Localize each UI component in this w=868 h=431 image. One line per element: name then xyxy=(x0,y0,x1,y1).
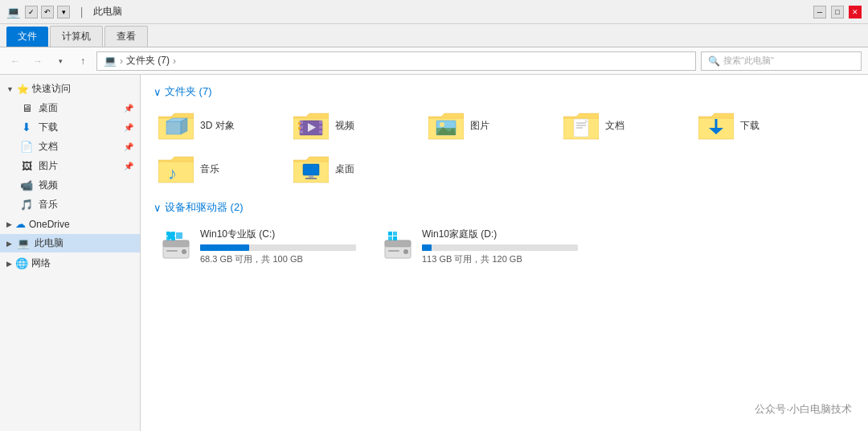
svg-text:♪: ♪ xyxy=(168,163,177,183)
svg-rect-2 xyxy=(166,121,181,134)
sidebar-item-music[interactable]: 🎵 音乐 xyxy=(0,195,140,214)
drive-d-info: Win10家庭版 (D:) 113 GB 可用，共 120 GB xyxy=(422,228,578,265)
drive-c-bar-fill xyxy=(200,244,249,251)
drives-section-header[interactable]: ∨ 设备和驱动器 (2) xyxy=(154,200,855,215)
folder-pictures-label: 图片 xyxy=(470,119,489,133)
folder-video-icon xyxy=(293,110,329,141)
sidebar-item-pictures[interactable]: 🖼 图片 📌 xyxy=(0,156,140,175)
chevron-right-icon: ▶ xyxy=(6,220,12,228)
pc-icon: 💻 xyxy=(17,237,30,249)
download-icon: ⬇ xyxy=(19,120,34,134)
folder-item-videos[interactable]: 视频 xyxy=(289,107,417,144)
pin-icon2: 📌 xyxy=(124,123,133,132)
sidebar-network-header[interactable]: ▶ 🌐 网络 xyxy=(0,254,140,273)
dropdown-button[interactable]: ▾ xyxy=(51,52,69,70)
folder-3d-label: 3D 对象 xyxy=(200,119,235,133)
svg-rect-50 xyxy=(166,232,170,236)
quick-access-label: 快速访问 xyxy=(32,82,71,96)
folders-section-header[interactable]: ∨ 文件夹 (7) xyxy=(154,84,855,99)
tb-save[interactable]: ✓ xyxy=(25,6,38,18)
tb-dropdown[interactable]: ▾ xyxy=(57,6,70,18)
close-button[interactable]: ✕ xyxy=(849,6,862,18)
chevron-right2-icon: ▶ xyxy=(6,260,12,268)
drive-c-space: 68.3 GB 可用，共 100 GB xyxy=(200,253,356,265)
folder-item-music[interactable]: ♪ 音乐 xyxy=(154,150,282,187)
pin-icon: 📌 xyxy=(124,104,133,113)
sidebar-item-documents[interactable]: 📄 文档 📌 xyxy=(0,137,140,156)
svg-rect-59 xyxy=(393,232,397,236)
sidebar-item-desktop[interactable]: 🖥 桌面 📌 xyxy=(0,98,140,117)
svg-rect-52 xyxy=(166,236,170,240)
minimize-button[interactable]: ─ xyxy=(813,6,826,18)
drive-d-bar-bg xyxy=(422,244,578,251)
path-this-pc: 文件夹 (7) xyxy=(126,54,170,68)
back-button[interactable]: ← xyxy=(6,52,24,70)
chevron-down2-icon: ▶ xyxy=(6,240,12,248)
folder-download-label: 下载 xyxy=(740,119,760,133)
svg-rect-47 xyxy=(176,232,182,239)
svg-point-21 xyxy=(440,122,444,127)
svg-rect-57 xyxy=(388,250,399,252)
folder-desktop-icon xyxy=(293,154,329,184)
tab-view[interactable]: 查看 xyxy=(104,26,148,47)
svg-rect-13 xyxy=(319,130,322,133)
drive-d-name: Win10家庭版 (D:) xyxy=(422,228,578,241)
sidebar-onedrive-header[interactable]: ▶ ☁ OneDrive xyxy=(0,216,140,232)
tab-file[interactable]: 文件 xyxy=(6,27,48,47)
folder-item-desktop[interactable]: 桌面 xyxy=(289,150,417,187)
content-area: ∨ 文件夹 (7) 3D 对象 xyxy=(141,75,868,431)
svg-rect-61 xyxy=(393,236,397,240)
maximize-button[interactable]: □ xyxy=(831,6,844,18)
sidebar-documents-label: 文档 xyxy=(39,140,58,154)
folders-chevron: ∨ xyxy=(154,86,162,98)
svg-point-56 xyxy=(403,249,408,254)
sidebar-section-quick-access: ▼ ⭐ 快速访问 🖥 桌面 📌 ⬇ 下载 📌 📄 文档 📌 🖼 图片 xyxy=(0,80,140,214)
sidebar-item-downloads[interactable]: ⬇ 下载 📌 xyxy=(0,117,140,137)
sidebar-quick-access-header[interactable]: ▼ ⭐ 快速访问 xyxy=(0,80,140,98)
tb-undo[interactable]: ↶ xyxy=(41,6,54,18)
tab-computer[interactable]: 计算机 xyxy=(50,26,103,47)
ribbon: 文件 计算机 查看 xyxy=(0,24,868,47)
folder-pictures-icon xyxy=(428,110,464,141)
folder-item-downloads[interactable]: 下载 xyxy=(694,107,822,144)
folder-item-pictures[interactable]: 图片 xyxy=(424,107,552,144)
drives-chevron: ∨ xyxy=(154,202,162,214)
music-icon: 🎵 xyxy=(19,197,34,211)
drive-c-icon xyxy=(160,231,192,263)
folder-desktop-label: 桌面 xyxy=(335,162,354,176)
picture-icon: 🖼 xyxy=(19,158,34,173)
drive-c-bar-bg xyxy=(200,244,356,251)
up-button[interactable]: ↑ xyxy=(74,52,92,70)
pin-icon4: 📌 xyxy=(124,162,133,170)
drive-item-d[interactable]: Win10家庭版 (D:) 113 GB 可用，共 120 GB xyxy=(375,223,584,270)
forward-button[interactable]: → xyxy=(29,52,47,70)
drive-item-c[interactable]: Win10专业版 (C:) 68.3 GB 可用，共 100 GB xyxy=(154,223,362,270)
folder-download-icon xyxy=(698,110,734,141)
drives-grid: Win10专业版 (C:) 68.3 GB 可用，共 100 GB xyxy=(154,223,855,270)
drives-section-label: 设备和驱动器 (2) xyxy=(165,200,244,215)
address-path[interactable]: 💻 › 文件夹 (7) › xyxy=(96,51,696,71)
title-bar: 💻 ✓ ↶ ▾ │ 此电脑 ─ □ ✕ xyxy=(0,0,868,24)
folder-doc-icon xyxy=(563,110,599,141)
title-bar-controls: ✓ ↶ ▾ xyxy=(25,6,70,18)
sidebar-item-videos[interactable]: 📹 视频 xyxy=(0,175,140,195)
svg-rect-16 xyxy=(298,127,301,129)
svg-rect-10 xyxy=(300,130,303,133)
sidebar-onedrive-label: OneDrive xyxy=(29,219,70,230)
video-icon: 📹 xyxy=(19,178,34,192)
sidebar-thispc-header[interactable]: ▶ 💻 此电脑 xyxy=(0,234,140,252)
folder-music-label: 音乐 xyxy=(200,162,219,176)
doc-icon: 📄 xyxy=(19,139,34,154)
folders-section-label: 文件夹 (7) xyxy=(165,84,212,99)
folder-item-3d-objects[interactable]: 3D 对象 xyxy=(154,107,282,144)
sidebar-desktop-label: 桌面 xyxy=(39,101,58,115)
sidebar-music-label: 音乐 xyxy=(39,198,58,211)
svg-rect-60 xyxy=(388,236,392,240)
drive-c-info: Win10专业版 (C:) 68.3 GB 可用，共 100 GB xyxy=(200,228,356,265)
path-sep: › xyxy=(120,55,123,67)
onedrive-icon: ☁ xyxy=(15,218,26,230)
folder-item-documents[interactable]: 文档 xyxy=(559,107,687,144)
sidebar-network-label: 网络 xyxy=(31,257,51,270)
svg-rect-51 xyxy=(171,232,175,236)
svg-rect-41 xyxy=(305,178,317,179)
